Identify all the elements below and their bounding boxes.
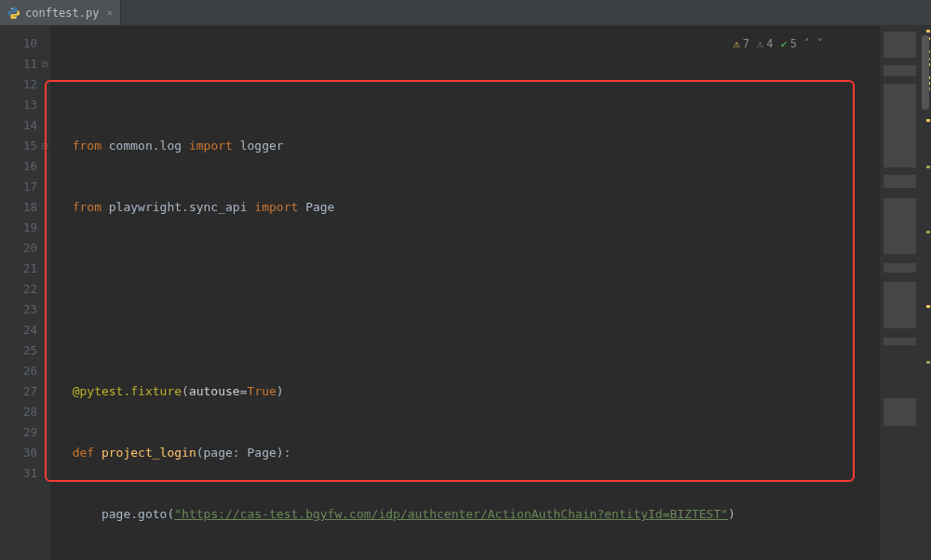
fold-marker-icon[interactable]: ⊟ <box>39 136 50 156</box>
warning-icon: ⚠ <box>734 33 740 54</box>
svg-point-1 <box>16 16 17 17</box>
code-line[interactable]: from playwright.sync_api import Page <box>58 197 879 218</box>
checkmark-icon: ✔ <box>781 33 788 54</box>
line-number-gutter: 10 11⊟ 12 13 14 15⊟ 16 17 18 19 20 21 22… <box>0 26 50 560</box>
svg-point-0 <box>11 7 12 8</box>
inspections-widget[interactable]: ⚠7 ⚠4 ✔5 ˄ ˅ <box>734 33 823 54</box>
code-line[interactable]: from common.log import logger <box>58 136 879 156</box>
tab-bar: conftest.py ✕ <box>0 0 931 26</box>
code-line[interactable]: page.goto("https://cas-test.bgyfw.com/id… <box>58 504 879 525</box>
ok-indicator[interactable]: ✔5 <box>781 33 797 54</box>
code-line[interactable]: def project_login(page: Page): <box>58 443 879 463</box>
editor-area: 10 11⊟ 12 13 14 15⊟ 16 17 18 19 20 21 22… <box>0 26 931 560</box>
code-line[interactable]: @pytest.fixture(autouse=True) <box>58 381 879 402</box>
tab-filename: conftest.py <box>25 7 99 20</box>
python-file-icon <box>7 7 20 20</box>
weak-warning-icon: ⚠ <box>757 33 763 54</box>
weak-warning-indicator[interactable]: ⚠4 <box>757 33 773 54</box>
code-minimap[interactable] <box>879 26 920 560</box>
code-editor[interactable]: ⚠7 ⚠4 ✔5 ˄ ˅ from common.log import logg… <box>50 26 879 560</box>
chevron-up-icon[interactable]: ˄ <box>804 33 810 54</box>
scroll-thumb[interactable] <box>922 35 929 110</box>
close-icon[interactable]: ✕ <box>106 7 113 19</box>
code-line[interactable] <box>58 259 879 279</box>
chevron-down-icon[interactable]: ˅ <box>817 33 823 54</box>
code-line[interactable] <box>58 320 879 340</box>
fold-marker-icon[interactable]: ⊟ <box>39 54 50 74</box>
warning-indicator[interactable]: ⚠7 <box>734 33 749 54</box>
file-tab[interactable]: conftest.py ✕ <box>0 0 121 25</box>
vertical-scrollbar[interactable] <box>920 26 931 560</box>
